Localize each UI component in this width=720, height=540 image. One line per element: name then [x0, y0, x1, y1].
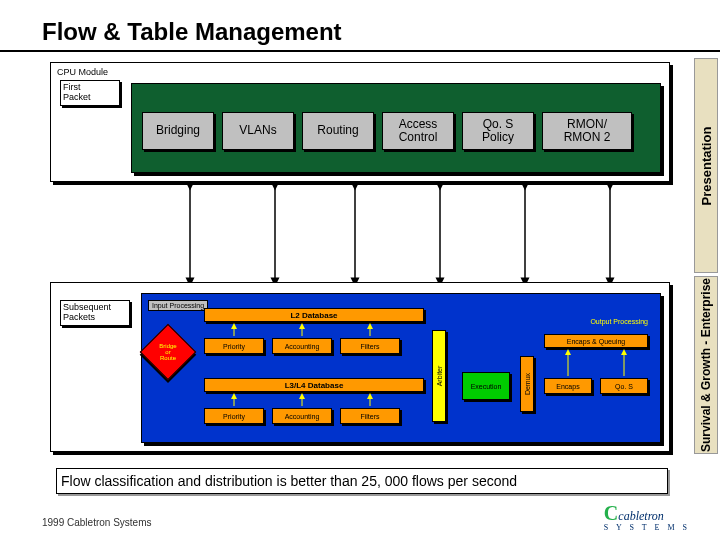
title-underline — [0, 50, 720, 52]
first-packet-label: FirstPacket — [60, 80, 120, 106]
cpu-module-box: CPU Module Bridging VLANs Routing Access… — [50, 62, 670, 182]
mod-bridging: Bridging — [142, 112, 214, 150]
cabletron-logo: Ccabletron S Y S T E M S — [604, 502, 690, 532]
mod-access-control: AccessControl — [382, 112, 454, 150]
side-tab-presentation: Presentation — [694, 58, 718, 273]
subsequent-packets-label: SubsequentPackets — [60, 300, 130, 326]
mod-routing: Routing — [302, 112, 374, 150]
switch-inner: Input Processing Output Processing Bridg… — [141, 293, 661, 443]
copyright: 1999 Cabletron Systems — [42, 517, 152, 528]
slide-title: Flow & Table Management — [42, 18, 342, 46]
cpu-inner: Bridging VLANs Routing AccessControl Qo.… — [131, 83, 661, 173]
footer-callout: Flow classification and distribution is … — [56, 468, 668, 494]
side-tab-survival: Survival & Growth - Enterprise — [694, 276, 718, 454]
cpu-module-label: CPU Module — [57, 67, 108, 77]
mod-qos-policy: Qo. SPolicy — [462, 112, 534, 150]
mod-rmon: RMON/RMON 2 — [542, 112, 632, 150]
switch-box: Input Processing Output Processing Bridg… — [50, 282, 670, 452]
mod-vlans: VLANs — [222, 112, 294, 150]
